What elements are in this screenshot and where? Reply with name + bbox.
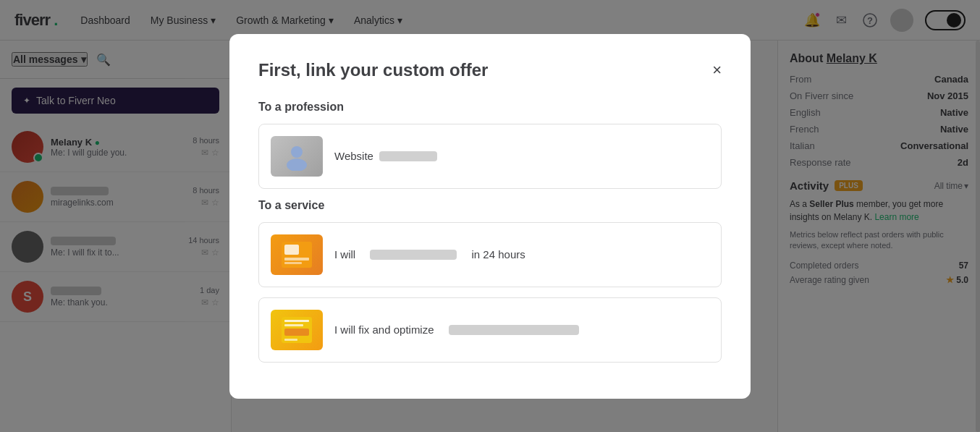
custom-offer-modal: First, link your custom offer × To a pro…	[229, 34, 751, 399]
blurred-profession	[379, 151, 437, 161]
service-1-text: I will in 24 hours	[334, 248, 525, 261]
svg-rect-6	[284, 258, 309, 261]
svg-rect-12	[284, 339, 297, 341]
service-2-text: I will fix and optimize	[334, 323, 579, 336]
modal-title: First, link your custom offer	[258, 60, 488, 80]
modal-header: First, link your custom offer ×	[258, 60, 722, 80]
profession-card-text: Website	[334, 150, 437, 162]
service-offer-card-2[interactable]: I will fix and optimize	[258, 297, 722, 363]
profession-offer-card[interactable]: Website	[258, 124, 722, 189]
svg-rect-11	[284, 329, 309, 336]
svg-rect-9	[284, 320, 309, 322]
service-1-thumbnail	[271, 234, 323, 275]
service-2-thumbnail	[271, 310, 323, 350]
profession-thumbnail	[271, 136, 323, 177]
close-button[interactable]: ×	[712, 62, 722, 78]
svg-rect-5	[284, 245, 299, 255]
service-section-label: To a service	[258, 199, 722, 212]
blurred-service-2	[449, 325, 579, 335]
svg-rect-7	[284, 262, 302, 264]
svg-rect-10	[284, 324, 303, 326]
modal-overlay[interactable]: First, link your custom offer × To a pro…	[0, 0, 980, 432]
svg-point-2	[291, 146, 303, 158]
service-offer-card-1[interactable]: I will in 24 hours	[258, 222, 722, 287]
profession-section-label: To a profession	[258, 101, 722, 114]
blurred-service-1	[370, 250, 457, 260]
svg-point-3	[287, 158, 307, 171]
